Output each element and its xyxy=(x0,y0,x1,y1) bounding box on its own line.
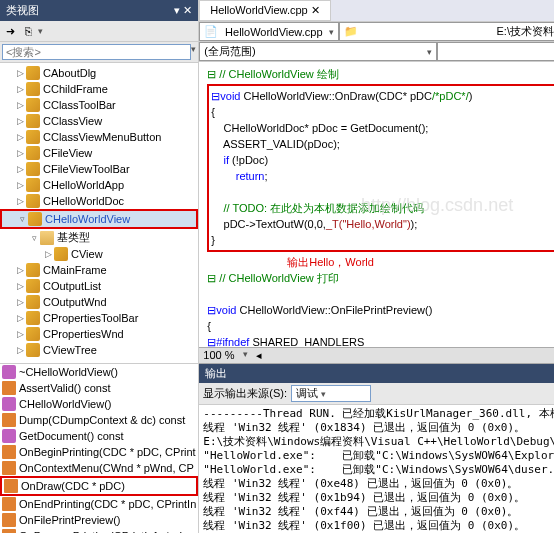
class-icon xyxy=(28,212,42,226)
tree-item-CChildFrame[interactable]: ▷CChildFrame xyxy=(0,81,198,97)
member-AssertValidconst[interactable]: AssertValid() const xyxy=(0,380,198,396)
key-icon xyxy=(2,497,16,511)
editor-status-bar: 100 %▾ ◂ xyxy=(199,347,554,363)
key-icon xyxy=(4,479,18,493)
expander-icon[interactable]: ▷ xyxy=(14,195,26,207)
class-icon xyxy=(26,263,40,277)
search-row: ▾ xyxy=(0,42,198,63)
scope-row: (全局范围)▾ ▾ xyxy=(199,42,554,62)
tree-item-CFileViewToolBar[interactable]: ▷CFileViewToolBar xyxy=(0,161,198,177)
output-source-select[interactable]: 调试 ▾ xyxy=(291,385,371,402)
tree-item-CView[interactable]: ▷CView xyxy=(0,246,198,262)
output-text[interactable]: ---------Thread RUN. 已经加载KisUrlManager_3… xyxy=(199,405,554,533)
expander-icon[interactable]: ▷ xyxy=(14,83,26,95)
tree-item-CMainFrame[interactable]: ▷CMainFrame xyxy=(0,262,198,278)
method-icon xyxy=(2,365,16,379)
class-tree[interactable]: ▷CAboutDlg▷CChildFrame▷CClassToolBar▷CCl… xyxy=(0,63,198,363)
tab-close-icon[interactable]: ✕ xyxy=(311,4,320,16)
expander-icon[interactable]: ▷ xyxy=(14,328,26,340)
editor-pane: HelloWorldView.cpp ✕ 📄 HelloWorldView.cp… xyxy=(199,0,554,533)
expander-icon[interactable]: ▷ xyxy=(14,147,26,159)
expander-icon[interactable]: ▷ xyxy=(14,312,26,324)
tree-item-CClassViewMenuButton[interactable]: ▷CClassViewMenuButton xyxy=(0,129,198,145)
class-icon xyxy=(26,98,40,112)
output-panel: 输出 显示输出来源(S): 调试 ▾ ---------Thread RUN. … xyxy=(199,363,554,533)
expander-icon[interactable]: ▿ xyxy=(28,232,40,244)
member-list[interactable]: ~CHelloWorldView()AssertValid() constCHe… xyxy=(0,363,198,533)
member-GetDocumentconst[interactable]: GetDocument() const xyxy=(0,428,198,444)
tree-item-CAboutDlg[interactable]: ▷CAboutDlg xyxy=(0,65,198,81)
toolbar-btn-1[interactable]: ➜ xyxy=(2,23,18,39)
key-icon xyxy=(2,413,16,427)
tree-item-CHelloWorldApp[interactable]: ▷CHelloWorldApp xyxy=(0,177,198,193)
key-icon xyxy=(2,381,16,395)
class-icon xyxy=(26,194,40,208)
expander-icon[interactable]: ▷ xyxy=(14,179,26,191)
tree-item-CFileView[interactable]: ▷CFileView xyxy=(0,145,198,161)
search-dropdown-icon[interactable]: ▾ xyxy=(191,44,196,60)
tree-item-CPropertiesWnd[interactable]: ▷CPropertiesWnd xyxy=(0,326,198,342)
output-toolbar: 显示输出来源(S): 调试 ▾ xyxy=(199,383,554,405)
expander-icon[interactable]: ▷ xyxy=(14,67,26,79)
key-icon xyxy=(2,513,16,527)
class-icon xyxy=(26,343,40,357)
member-combo[interactable]: ▾ xyxy=(437,42,554,61)
tree-item-基类型[interactable]: ▿基类型 xyxy=(0,229,198,246)
key-icon xyxy=(2,461,16,475)
member-OnFilePrintPreview[interactable]: OnFilePrintPreview() xyxy=(0,512,198,528)
annotation: 输出Hello，World xyxy=(207,254,554,270)
expander-icon[interactable]: ▷ xyxy=(14,99,26,111)
tree-item-CHelloWorldView[interactable]: ▿CHelloWorldView xyxy=(0,209,198,229)
toolbar-btn-2[interactable]: ⎘ xyxy=(20,23,36,39)
member-CHelloWorldView[interactable]: CHelloWorldView() xyxy=(0,396,198,412)
search-input[interactable] xyxy=(2,44,191,60)
member-OnEndPrintingCDCpDCCPrintIn[interactable]: OnEndPrinting(CDC * pDC, CPrintIn xyxy=(0,496,198,512)
member-DumpCDumpContextdcconst[interactable]: Dump(CDumpContext & dc) const xyxy=(0,412,198,428)
close-icon[interactable]: ▾ ✕ xyxy=(174,4,192,17)
path-combo[interactable]: 📁 E:\技术资料\Windows编程资料\Visu xyxy=(339,22,554,41)
tree-item-COutputList[interactable]: ▷COutputList xyxy=(0,278,198,294)
highlighted-code-block: ⊟void CHelloWorldView::OnDraw(CDC* pDC/*… xyxy=(207,84,554,252)
class-icon xyxy=(54,247,68,261)
class-view-pane: 类视图 ▾ ✕ ➜ ⎘ ▾ ▾ ▷CAboutDlg▷CChildFrame▷C… xyxy=(0,0,199,533)
tree-item-CClassView[interactable]: ▷CClassView xyxy=(0,113,198,129)
method-icon xyxy=(2,429,16,443)
expander-icon[interactable]: ▷ xyxy=(14,131,26,143)
class-icon xyxy=(26,311,40,325)
class-icon xyxy=(26,82,40,96)
tree-item-CHelloWorldDoc[interactable]: ▷CHelloWorldDoc xyxy=(0,193,198,209)
member-OnContextMenuCWndpWndCP[interactable]: OnContextMenu(CWnd * pWnd, CP xyxy=(0,460,198,476)
class-view-title: 类视图 ▾ ✕ xyxy=(0,0,198,21)
key-icon xyxy=(2,529,16,533)
expander-icon[interactable]: ▷ xyxy=(14,163,26,175)
class-icon xyxy=(26,162,40,176)
class-icon xyxy=(26,178,40,192)
zoom-level[interactable]: 100 % xyxy=(203,349,234,362)
tree-item-CPropertiesToolBar[interactable]: ▷CPropertiesToolBar xyxy=(0,310,198,326)
file-combo[interactable]: 📄 HelloWorldView.cpp▾ xyxy=(199,22,339,41)
file-tab[interactable]: HelloWorldView.cpp ✕ xyxy=(199,0,330,21)
member-OnBeginPrintingCDCpDCCPrint[interactable]: OnBeginPrinting(CDC * pDC, CPrint xyxy=(0,444,198,460)
code-editor[interactable]: ⊟ // CHelloWorldView 绘制 ⊟void CHelloWorl… xyxy=(199,62,554,347)
output-title: 输出 xyxy=(199,364,554,383)
class-icon xyxy=(26,327,40,341)
expander-icon[interactable]: ▷ xyxy=(14,280,26,292)
key-icon xyxy=(2,445,16,459)
nav-combo-row: 📄 HelloWorldView.cpp▾ 📁 E:\技术资料\Windows编… xyxy=(199,22,554,42)
class-icon xyxy=(26,295,40,309)
expander-icon[interactable]: ▷ xyxy=(14,264,26,276)
class-view-toolbar: ➜ ⎘ ▾ xyxy=(0,21,198,42)
expander-icon[interactable]: ▷ xyxy=(14,344,26,356)
expander-icon[interactable]: ▷ xyxy=(14,296,26,308)
tree-item-CViewTree[interactable]: ▷CViewTree xyxy=(0,342,198,358)
member-OnDrawCDCpDC[interactable]: OnDraw(CDC * pDC) xyxy=(0,476,198,496)
member-OnPreparePrintingCPrintInfopI[interactable]: OnPreparePrinting(CPrintInfo * pI xyxy=(0,528,198,533)
tree-item-CClassToolBar[interactable]: ▷CClassToolBar xyxy=(0,97,198,113)
tree-item-COutputWnd[interactable]: ▷COutputWnd xyxy=(0,294,198,310)
member-CHelloWorldView[interactable]: ~CHelloWorldView() xyxy=(0,364,198,380)
class-icon xyxy=(26,279,40,293)
expander-icon[interactable]: ▿ xyxy=(16,213,28,225)
expander-icon[interactable]: ▷ xyxy=(14,115,26,127)
scope-combo[interactable]: (全局范围)▾ xyxy=(199,42,437,61)
expander-icon[interactable]: ▷ xyxy=(42,248,54,260)
